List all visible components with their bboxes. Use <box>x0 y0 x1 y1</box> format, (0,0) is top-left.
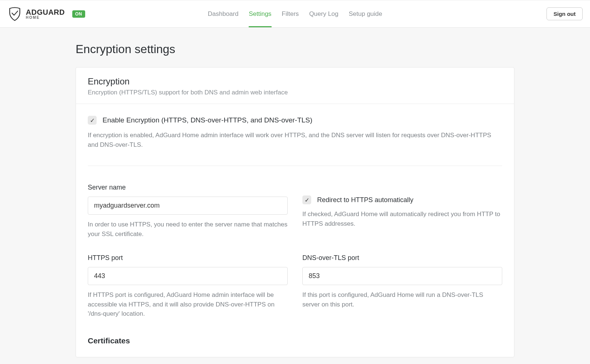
check-icon: ✓ <box>90 117 95 124</box>
enable-encryption-checkbox[interactable]: ✓ <box>88 116 97 125</box>
nav-settings[interactable]: Settings <box>249 0 271 27</box>
redirect-label: Redirect to HTTPS automatically <box>317 196 413 204</box>
card-body: ✓ Enable Encryption (HTTPS, DNS-over-HTT… <box>76 104 514 357</box>
page-title: Encryption settings <box>76 42 514 56</box>
enable-encryption-help: If encryption is enabled, AdGuard Home a… <box>88 131 502 149</box>
nav-dashboard[interactable]: Dashboard <box>208 0 238 27</box>
card-subtitle: Encryption (HTTPS/TLS) support for both … <box>88 89 502 96</box>
server-name-help: In order to use HTTPS, you need to enter… <box>88 220 288 239</box>
brand-sub: HOME <box>26 16 65 20</box>
https-port-label: HTTPS port <box>88 254 288 262</box>
top-bar: ADGUARD HOME ON Dashboard Settings Filte… <box>0 0 590 28</box>
nav-query-log[interactable]: Query Log <box>309 0 338 27</box>
redirect-help: If checked, AdGuard Home will automatica… <box>302 209 502 228</box>
https-port-input[interactable] <box>88 267 288 285</box>
brand-main: ADGUARD <box>26 8 65 16</box>
redirect-field: ✓ Redirect to HTTPS automatically If che… <box>302 184 502 239</box>
redirect-checkbox[interactable]: ✓ <box>302 195 311 204</box>
https-port-field: HTTPS port If HTTPS port is configured, … <box>88 254 288 319</box>
enable-encryption-label: Enable Encryption (HTTPS, DNS-over-HTTPS… <box>103 116 312 124</box>
main-nav: Dashboard Settings Filters Query Log Set… <box>208 0 382 27</box>
check-icon: ✓ <box>305 197 309 204</box>
dot-port-input[interactable] <box>302 267 502 285</box>
nav-filters[interactable]: Filters <box>282 0 299 27</box>
dot-port-label: DNS-over-TLS port <box>302 254 502 262</box>
dot-port-field: DNS-over-TLS port If this port is config… <box>302 254 502 319</box>
certificates-title: Certificates <box>88 336 502 345</box>
settings-grid: Server name In order to use HTTPS, you n… <box>88 184 502 345</box>
brand[interactable]: ADGUARD HOME ON <box>7 7 85 21</box>
https-port-help: If HTTPS port is configured, AdGuard Hom… <box>88 290 288 319</box>
server-name-field: Server name In order to use HTTPS, you n… <box>88 184 288 239</box>
dot-port-help: If this port is configured, AdGuard Home… <box>302 290 502 309</box>
redirect-row: ✓ Redirect to HTTPS automatically <box>302 195 502 204</box>
card-header: Encryption Encryption (HTTPS/TLS) suppor… <box>76 67 514 104</box>
divider <box>88 166 502 166</box>
card-title: Encryption <box>88 76 502 87</box>
brand-text: ADGUARD HOME <box>26 8 65 20</box>
enable-encryption-row: ✓ Enable Encryption (HTTPS, DNS-over-HTT… <box>88 116 502 125</box>
nav-setup-guide[interactable]: Setup guide <box>349 0 382 27</box>
page: Encryption settings Encryption Encryptio… <box>57 28 533 364</box>
server-name-input[interactable] <box>88 197 288 215</box>
certificates-section: Certificates <box>88 336 502 345</box>
status-badge[interactable]: ON <box>72 10 85 18</box>
server-name-label: Server name <box>88 184 288 191</box>
sign-out-button[interactable]: Sign out <box>546 7 583 20</box>
shield-check-icon <box>7 7 22 21</box>
encryption-card: Encryption Encryption (HTTPS/TLS) suppor… <box>76 67 514 357</box>
